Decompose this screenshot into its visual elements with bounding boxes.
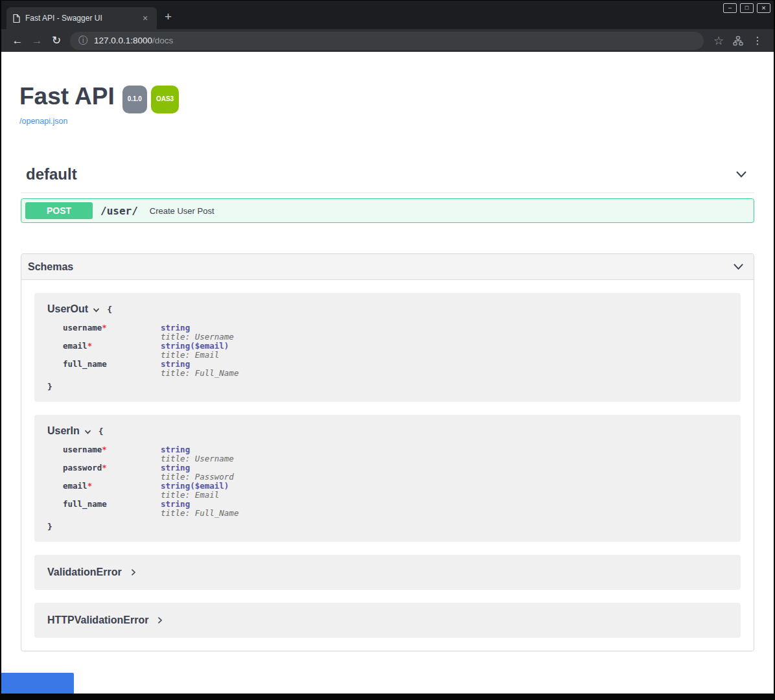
model-validationerror[interactable]: ValidationError (34, 555, 741, 590)
model-properties: username* string title: Username passwor… (63, 445, 728, 518)
model-toggle[interactable]: UserIn { (47, 425, 728, 437)
method-badge: POST (25, 202, 93, 219)
property-value: string title: Username (161, 445, 234, 463)
property-name: username* (63, 445, 161, 463)
property-name: full_name (63, 500, 161, 518)
swagger-page: Fast API0.1.0OAS3 /openapi.json default … (1, 52, 774, 694)
reload-button[interactable]: ↻ (47, 34, 66, 47)
extensions-icon[interactable] (728, 36, 748, 46)
oas3-badge: OAS3 (151, 86, 179, 113)
back-button[interactable]: ← (8, 34, 27, 47)
model-name: HTTPValidationError (47, 614, 148, 626)
model-properties: username* string title: Username email* … (63, 323, 728, 378)
model-name: ValidationError (47, 566, 122, 578)
open-brace: { (107, 305, 112, 314)
endpoint-path: /user/ (100, 205, 138, 217)
property-type: string (161, 499, 190, 509)
property-type: string (161, 359, 190, 369)
close-brace: } (47, 382, 728, 391)
property-title: title: Password (161, 472, 234, 482)
chevron-down-icon[interactable] (93, 307, 100, 314)
url-path: /docs (152, 36, 173, 45)
chevron-right-icon (156, 616, 164, 625)
property-type: string (161, 323, 190, 332)
property-title: title: Username (161, 454, 234, 463)
property-title: title: Full_Name (161, 369, 238, 378)
schemas-header[interactable]: Schemas (21, 254, 754, 280)
browser-toolbar: ← → ↻ ⓘ 127.0.0.1:8000/docs ☆ ⋮ (0, 29, 775, 52)
property-value: string($email) title: Email (161, 342, 229, 360)
url-text: 127.0.0.1:8000/docs (94, 36, 173, 45)
model-userin: UserIn { username* string title: Usernam… (34, 415, 741, 542)
window-controls: – □ × (723, 3, 770, 13)
property-row: full_name string title: Full_Name (63, 500, 728, 518)
minimize-button[interactable]: – (723, 3, 737, 13)
property-name: email* (63, 342, 161, 360)
property-name: username* (63, 323, 161, 342)
required-star: * (87, 481, 93, 491)
chevron-down-icon[interactable] (735, 168, 748, 181)
property-format: ($email) (190, 481, 229, 491)
property-row: full_name string title: Full_Name (63, 360, 728, 378)
tab-close-icon[interactable]: × (140, 13, 150, 23)
property-title: title: Email (161, 351, 229, 360)
property-value: string title: Password (161, 463, 234, 482)
browser-tab[interactable]: Fast API - Swagger UI × (6, 7, 157, 29)
property-value: string($email) title: Email (161, 482, 229, 500)
property-row: email* string($email) title: Email (63, 342, 728, 360)
browser-menu-icon[interactable]: ⋮ (748, 34, 767, 47)
endpoint-post-user[interactable]: POST /user/ Create User Post (21, 198, 754, 223)
tab-title: Fast API - Swagger UI (25, 14, 135, 23)
property-type: string (161, 481, 190, 491)
status-bubble (0, 673, 74, 694)
model-toggle[interactable]: UserOut { (47, 303, 728, 315)
property-name: full_name (63, 360, 161, 378)
property-format: ($email) (190, 341, 229, 351)
chevron-down-icon[interactable] (84, 428, 91, 436)
endpoint-summary: Create User Post (150, 206, 214, 216)
property-row: username* string title: Username (63, 445, 728, 463)
titlebar: Fast API - Swagger UI × + – □ × (0, 0, 775, 29)
property-type: string (161, 463, 190, 472)
property-type: string (161, 445, 190, 454)
bookmark-star-icon[interactable]: ☆ (709, 34, 728, 48)
close-button[interactable]: × (757, 3, 770, 13)
close-brace: } (47, 522, 728, 531)
property-title: title: Full_Name (161, 509, 238, 518)
property-title: title: Username (161, 332, 234, 342)
window-edge (0, 694, 775, 700)
property-type: string (161, 341, 190, 351)
site-info-icon[interactable]: ⓘ (78, 35, 87, 47)
maximize-button[interactable]: □ (740, 3, 754, 13)
property-row: password* string title: Password (63, 463, 728, 482)
model-name: UserOut (47, 303, 88, 315)
property-name: email* (63, 482, 161, 500)
chevron-right-icon (130, 568, 137, 577)
required-star: * (102, 463, 107, 472)
api-title: Fast API0.1.0OAS3 (19, 84, 756, 112)
required-star: * (87, 341, 93, 351)
model-userout: UserOut { username* string title: Userna… (34, 293, 741, 402)
property-name: password* (63, 463, 161, 482)
property-value: string title: Full_Name (161, 360, 238, 378)
model-name: UserIn (47, 425, 80, 437)
url-bar[interactable]: ⓘ 127.0.0.1:8000/docs (70, 32, 704, 50)
forward-button[interactable]: → (27, 34, 47, 47)
new-tab-button[interactable]: + (165, 10, 172, 23)
openapi-spec-link[interactable]: /openapi.json (19, 117, 67, 126)
tag-section-default[interactable]: default (21, 163, 754, 193)
api-title-text: Fast API (19, 83, 115, 110)
api-info: Fast API0.1.0OAS3 /openapi.json (19, 84, 756, 126)
chevron-down-icon[interactable] (732, 261, 745, 273)
page-icon (13, 14, 20, 23)
property-title: title: Email (161, 491, 229, 500)
url-host: 127.0.0.1:8000 (94, 36, 152, 45)
tag-label: default (26, 165, 77, 183)
model-httpvalidationerror[interactable]: HTTPValidationError (34, 603, 741, 638)
property-row: email* string($email) title: Email (63, 482, 728, 500)
property-row: username* string title: Username (63, 323, 728, 342)
version-badge: 0.1.0 (122, 86, 147, 113)
property-value: string title: Full_Name (161, 500, 238, 518)
property-value: string title: Username (161, 323, 234, 342)
required-star: * (102, 445, 107, 454)
